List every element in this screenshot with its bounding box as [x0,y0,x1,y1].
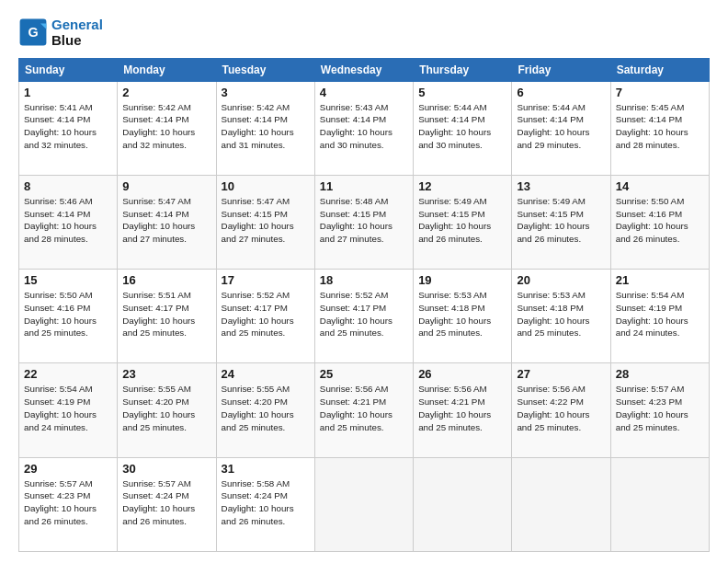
day-info: Sunrise: 5:54 AMSunset: 4:19 PMDaylight:… [24,383,112,433]
table-row: 15Sunrise: 5:50 AMSunset: 4:16 PMDayligh… [19,270,118,363]
day-info: Sunrise: 5:52 AMSunset: 4:17 PMDaylight:… [320,289,408,339]
weekday-header-row: Sunday Monday Tuesday Wednesday Thursday… [19,58,710,81]
table-row: 24Sunrise: 5:55 AMSunset: 4:20 PMDayligh… [216,363,314,457]
day-info: Sunrise: 5:44 AMSunset: 4:14 PMDaylight:… [517,101,605,152]
table-row: 19Sunrise: 5:53 AMSunset: 4:18 PMDayligh… [414,270,512,363]
day-info: Sunrise: 5:49 AMSunset: 4:15 PMDaylight:… [418,195,506,246]
table-row: 26Sunrise: 5:56 AMSunset: 4:21 PMDayligh… [414,363,512,457]
table-row: 16Sunrise: 5:51 AMSunset: 4:17 PMDayligh… [118,270,216,363]
table-row: 25Sunrise: 5:56 AMSunset: 4:21 PMDayligh… [314,363,413,457]
col-tuesday: Tuesday [216,58,314,81]
table-row: 6Sunrise: 5:44 AMSunset: 4:14 PMDaylight… [512,81,610,175]
table-row: 28Sunrise: 5:57 AMSunset: 4:23 PMDayligh… [610,363,709,457]
day-number: 23 [122,367,210,381]
col-saturday: Saturday [610,58,709,81]
day-number: 2 [122,86,210,99]
calendar-table: Sunday Monday Tuesday Wednesday Thursday… [18,58,710,553]
table-row: 2Sunrise: 5:42 AMSunset: 4:14 PMDaylight… [118,81,216,175]
table-row: 5Sunrise: 5:44 AMSunset: 4:14 PMDaylight… [414,81,512,175]
calendar-header: G General Blue [18,17,710,49]
day-number: 26 [418,367,506,381]
day-info: Sunrise: 5:56 AMSunset: 4:22 PMDaylight:… [517,383,605,433]
day-info: Sunrise: 5:47 AMSunset: 4:14 PMDaylight:… [122,195,210,246]
table-row [314,457,413,551]
table-row [414,457,512,551]
calendar-week-row: 29Sunrise: 5:57 AMSunset: 4:23 PMDayligh… [19,457,710,551]
day-info: Sunrise: 5:49 AMSunset: 4:15 PMDaylight:… [517,195,605,246]
table-row: 29Sunrise: 5:57 AMSunset: 4:23 PMDayligh… [19,457,118,551]
logo-line1: General [51,17,103,32]
day-info: Sunrise: 5:58 AMSunset: 4:24 PMDaylight:… [222,477,310,528]
day-number: 15 [24,273,112,287]
table-row: 8Sunrise: 5:46 AMSunset: 4:14 PMDaylight… [19,175,118,269]
table-row: 11Sunrise: 5:48 AMSunset: 4:15 PMDayligh… [314,175,413,269]
calendar-week-row: 8Sunrise: 5:46 AMSunset: 4:14 PMDaylight… [19,175,710,269]
logo-icon: G [18,17,48,47]
table-row: 7Sunrise: 5:45 AMSunset: 4:14 PMDaylight… [610,81,709,175]
day-number: 12 [418,179,506,193]
day-number: 7 [616,86,704,99]
day-info: Sunrise: 5:43 AMSunset: 4:14 PMDaylight:… [320,101,408,152]
table-row: 30Sunrise: 5:57 AMSunset: 4:24 PMDayligh… [118,457,216,551]
day-info: Sunrise: 5:55 AMSunset: 4:20 PMDaylight:… [222,383,310,433]
day-number: 19 [418,273,506,287]
calendar-week-row: 15Sunrise: 5:50 AMSunset: 4:16 PMDayligh… [19,270,710,363]
day-number: 14 [616,179,704,193]
day-number: 18 [320,273,408,287]
day-number: 28 [616,367,704,381]
day-info: Sunrise: 5:51 AMSunset: 4:17 PMDaylight:… [122,289,210,339]
day-number: 22 [24,367,112,381]
col-thursday: Thursday [414,58,512,81]
table-row: 21Sunrise: 5:54 AMSunset: 4:19 PMDayligh… [610,270,709,363]
day-number: 4 [320,86,408,99]
table-row: 12Sunrise: 5:49 AMSunset: 4:15 PMDayligh… [414,175,512,269]
table-row: 27Sunrise: 5:56 AMSunset: 4:22 PMDayligh… [512,363,610,457]
day-number: 29 [24,462,112,476]
table-row: 10Sunrise: 5:47 AMSunset: 4:15 PMDayligh… [216,175,314,269]
logo-line2: Blue [51,32,103,48]
day-info: Sunrise: 5:45 AMSunset: 4:14 PMDaylight:… [616,101,704,152]
day-info: Sunrise: 5:50 AMSunset: 4:16 PMDaylight:… [24,289,112,339]
table-row: 20Sunrise: 5:53 AMSunset: 4:18 PMDayligh… [512,270,610,363]
day-info: Sunrise: 5:48 AMSunset: 4:15 PMDaylight:… [320,195,408,246]
calendar-week-row: 22Sunrise: 5:54 AMSunset: 4:19 PMDayligh… [19,363,710,457]
day-info: Sunrise: 5:47 AMSunset: 4:15 PMDaylight:… [222,195,310,246]
day-info: Sunrise: 5:56 AMSunset: 4:21 PMDaylight:… [418,383,506,433]
col-sunday: Sunday [19,58,118,81]
table-row [512,457,610,551]
table-row: 23Sunrise: 5:55 AMSunset: 4:20 PMDayligh… [118,363,216,457]
table-row: 14Sunrise: 5:50 AMSunset: 4:16 PMDayligh… [610,175,709,269]
svg-text:G: G [28,25,38,40]
calendar-week-row: 1Sunrise: 5:41 AMSunset: 4:14 PMDaylight… [19,81,710,175]
table-row: 18Sunrise: 5:52 AMSunset: 4:17 PMDayligh… [314,270,413,363]
day-number: 20 [517,273,605,287]
day-info: Sunrise: 5:41 AMSunset: 4:14 PMDaylight:… [24,101,112,152]
day-info: Sunrise: 5:53 AMSunset: 4:18 PMDaylight:… [517,289,605,339]
logo: G General Blue [18,17,103,49]
col-wednesday: Wednesday [314,58,413,81]
day-number: 3 [222,86,310,99]
day-info: Sunrise: 5:57 AMSunset: 4:24 PMDaylight:… [122,477,210,528]
day-info: Sunrise: 5:46 AMSunset: 4:14 PMDaylight:… [24,195,112,246]
day-number: 11 [320,179,408,193]
day-info: Sunrise: 5:44 AMSunset: 4:14 PMDaylight:… [418,101,506,152]
day-number: 6 [517,86,605,99]
day-number: 8 [24,179,112,193]
day-number: 31 [222,462,310,476]
day-info: Sunrise: 5:52 AMSunset: 4:17 PMDaylight:… [222,289,310,339]
day-number: 17 [222,273,310,287]
table-row: 17Sunrise: 5:52 AMSunset: 4:17 PMDayligh… [216,270,314,363]
day-number: 24 [222,367,310,381]
day-info: Sunrise: 5:55 AMSunset: 4:20 PMDaylight:… [122,383,210,433]
col-monday: Monday [118,58,216,81]
day-info: Sunrise: 5:56 AMSunset: 4:21 PMDaylight:… [320,383,408,433]
day-info: Sunrise: 5:54 AMSunset: 4:19 PMDaylight:… [616,289,704,339]
day-number: 27 [517,367,605,381]
table-row: 31Sunrise: 5:58 AMSunset: 4:24 PMDayligh… [216,457,314,551]
day-info: Sunrise: 5:50 AMSunset: 4:16 PMDaylight:… [616,195,704,246]
day-info: Sunrise: 5:57 AMSunset: 4:23 PMDaylight:… [616,383,704,433]
day-number: 13 [517,179,605,193]
table-row: 9Sunrise: 5:47 AMSunset: 4:14 PMDaylight… [118,175,216,269]
day-number: 21 [616,273,704,287]
day-number: 25 [320,367,408,381]
